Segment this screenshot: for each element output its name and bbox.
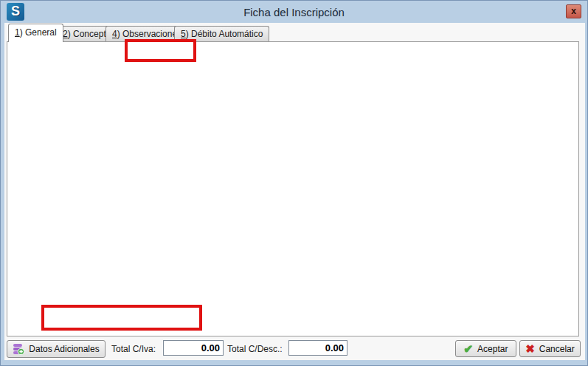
aceptar-label: Aceptar <box>477 344 508 354</box>
cross-icon: ✖ <box>525 342 535 356</box>
total-desc-label: Total C/Desc.: <box>227 344 289 354</box>
window-title: Ficha del Inscripción <box>1 6 587 18</box>
dialog-content: 1) General 2) Conceptos 4) Observaciones… <box>4 23 585 360</box>
datos-adicionales-label: Datos Adicionales <box>29 344 99 354</box>
cancelar-button[interactable]: ✖ Cancelar <box>519 340 581 357</box>
tab-debito-automatico[interactable]: 5) Débito Automático <box>174 26 269 41</box>
cancelar-label: Cancelar <box>539 344 575 354</box>
ficha-inscripcion-dialog: S Ficha del Inscripción x 1) General 2) … <box>0 0 588 366</box>
tab-panel-general <box>7 41 579 336</box>
title-bar: S Ficha del Inscripción x <box>1 1 587 23</box>
check-icon: ✔ <box>464 342 474 356</box>
datos-adicionales-icon <box>13 343 24 355</box>
aceptar-button[interactable]: ✔ Aceptar <box>455 340 516 357</box>
total-iva-label: Total C/Iva: <box>111 344 163 354</box>
tab-general[interactable]: 1) General <box>8 24 63 42</box>
total-iva-input[interactable] <box>163 340 224 356</box>
total-desc-input[interactable] <box>288 340 347 356</box>
datos-adicionales-button[interactable]: Datos Adicionales <box>7 340 106 358</box>
close-icon[interactable]: x <box>566 4 581 18</box>
